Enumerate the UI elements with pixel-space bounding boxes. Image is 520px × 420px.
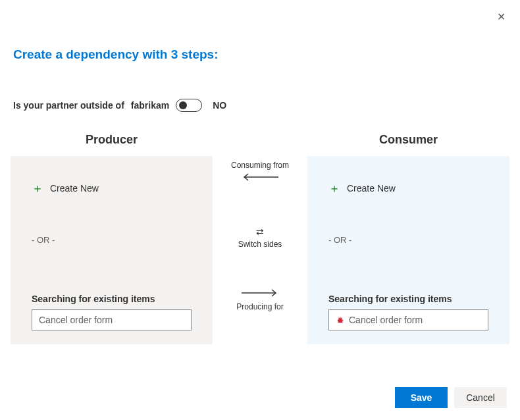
- consumer-column: Consumer ＋ Create New - OR - Searching f…: [307, 133, 509, 344]
- swap-icon: ⇄: [238, 226, 282, 237]
- consumer-search-box[interactable]: [328, 309, 488, 330]
- producer-panel: ＋ Create New - OR - Searching for existi…: [11, 156, 213, 344]
- dependency-columns: Producer ＋ Create New - OR - Searching f…: [11, 133, 509, 344]
- plus-icon: ＋: [328, 182, 340, 194]
- consumer-search-label: Searching for existing items: [328, 294, 488, 304]
- partner-question-row: Is your partner outside of fabrikam NO: [13, 99, 520, 112]
- arrow-left-icon: [240, 172, 280, 182]
- svg-line-8: [338, 322, 340, 323]
- switch-sides-block[interactable]: ⇄ Switch sides: [238, 226, 282, 249]
- producing-for-label: Producing for: [236, 302, 283, 311]
- producer-column: Producer ＋ Create New - OR - Searching f…: [11, 133, 213, 344]
- producer-create-label: Create New: [50, 183, 99, 194]
- producer-search-box[interactable]: [32, 309, 192, 330]
- close-button[interactable]: ✕: [494, 8, 508, 26]
- producer-search-label: Searching for existing items: [32, 294, 192, 304]
- close-icon: ✕: [497, 11, 506, 22]
- consuming-from-label: Consuming from: [231, 161, 289, 170]
- partner-question-text: Is your partner outside of: [13, 100, 124, 111]
- save-button[interactable]: Save: [395, 387, 448, 408]
- svg-line-4: [338, 318, 339, 319]
- toggle-value-label: NO: [213, 100, 226, 111]
- producer-create-new-button[interactable]: ＋ Create New: [32, 182, 99, 194]
- switch-sides-label: Switch sides: [238, 240, 282, 249]
- consumer-title: Consumer: [307, 133, 509, 147]
- bug-icon: [336, 315, 345, 325]
- producer-title: Producer: [11, 133, 213, 147]
- consumer-create-label: Create New: [347, 183, 396, 194]
- partner-org-name: fabrikam: [131, 100, 169, 111]
- svg-line-5: [341, 318, 342, 319]
- cancel-button[interactable]: Cancel: [454, 387, 507, 408]
- producer-search-input[interactable]: [39, 315, 184, 325]
- consumer-panel: ＋ Create New - OR - Searching for existi…: [307, 156, 509, 344]
- consumer-search-input[interactable]: [349, 315, 481, 325]
- producing-for-block: Producing for: [236, 288, 283, 314]
- partner-outside-toggle[interactable]: [176, 99, 202, 112]
- page-title: Create a dependency with 3 steps:: [13, 47, 520, 62]
- plus-icon: ＋: [32, 182, 43, 194]
- svg-line-9: [342, 322, 343, 323]
- dialog-footer: Save Cancel: [395, 387, 507, 408]
- producer-or-label: - OR -: [32, 235, 192, 245]
- relation-center-column: Consuming from ⇄ Switch sides Producing …: [213, 133, 307, 314]
- consumer-create-new-button[interactable]: ＋ Create New: [328, 182, 396, 194]
- toggle-knob: [179, 101, 187, 109]
- arrow-right-icon: [240, 288, 280, 298]
- consumer-or-label: - OR -: [328, 235, 488, 245]
